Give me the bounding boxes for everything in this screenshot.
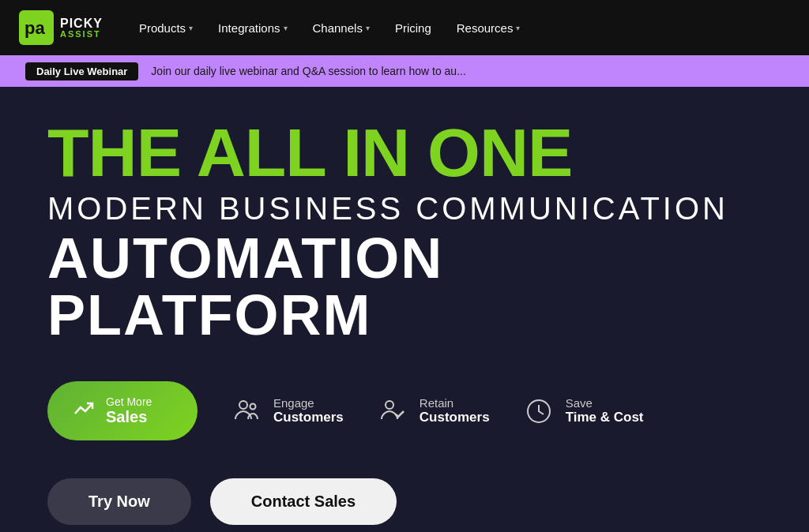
retain-label-top: Retain xyxy=(420,396,490,410)
chevron-down-icon: ▾ xyxy=(189,24,193,32)
nav-item-products[interactable]: Products ▾ xyxy=(128,15,204,41)
feature-engage: Engage Customers xyxy=(229,394,344,429)
clock-icon xyxy=(521,394,556,429)
engage-label-bottom: Customers xyxy=(273,410,344,425)
chevron-down-icon: ▾ xyxy=(284,24,288,32)
banner-text: Join our daily live webinar and Q&A sess… xyxy=(151,65,465,77)
webinar-badge[interactable]: Daily Live Webinar xyxy=(25,62,138,81)
chevron-down-icon: ▾ xyxy=(516,24,520,32)
navbar: pa PICKY ASSIST Products ▾ Integrations … xyxy=(0,0,809,55)
hero-title-line1: THE ALL IN ONE xyxy=(47,118,762,186)
nav-item-integrations[interactable]: Integrations ▾ xyxy=(207,15,298,41)
engage-icon xyxy=(229,394,264,429)
engage-label-top: Engage xyxy=(273,396,344,410)
hero-section: THE ALL IN ONE MODERN BUSINESS COMMUNICA… xyxy=(0,87,809,529)
svg-point-3 xyxy=(250,403,256,409)
get-more-sales-button[interactable]: Get More Sales xyxy=(47,381,198,440)
logo-icon: pa xyxy=(19,10,54,45)
retain-label-bottom: Customers xyxy=(420,410,490,425)
hero-title-line2: MODERN BUSINESS COMMUNICATION xyxy=(47,191,762,227)
logo-picky: PICKY xyxy=(60,17,103,30)
retain-icon xyxy=(375,394,410,429)
cta-top-label: Get More xyxy=(106,395,152,408)
nav-item-channels[interactable]: Channels ▾ xyxy=(302,15,381,41)
svg-point-4 xyxy=(386,401,393,409)
bottom-buttons: Try Now Contact Sales xyxy=(47,478,762,525)
chevron-down-icon: ▾ xyxy=(366,24,370,32)
nav-links: Products ▾ Integrations ▾ Channels ▾ Pri… xyxy=(128,15,532,41)
trend-up-icon xyxy=(73,398,95,425)
save-label-top: Save xyxy=(566,396,644,410)
try-now-button[interactable]: Try Now xyxy=(47,478,191,525)
announcement-banner: Daily Live Webinar Join our daily live w… xyxy=(0,55,809,87)
cta-bottom-label: Sales xyxy=(106,408,147,426)
feature-save: Save Time & Cost xyxy=(521,394,644,429)
nav-item-pricing[interactable]: Pricing xyxy=(384,15,442,41)
nav-item-resources[interactable]: Resources ▾ xyxy=(446,15,532,41)
svg-text:pa: pa xyxy=(24,18,45,38)
features-row: Get More Sales Engage Customers xyxy=(47,381,762,440)
logo-assist: ASSIST xyxy=(60,30,103,39)
svg-point-2 xyxy=(239,401,247,409)
logo-text: PICKY ASSIST xyxy=(60,17,103,39)
save-label-bottom: Time & Cost xyxy=(566,410,644,425)
contact-sales-button[interactable]: Contact Sales xyxy=(210,478,397,525)
feature-retain: Retain Customers xyxy=(375,394,490,429)
logo[interactable]: pa PICKY ASSIST xyxy=(19,10,103,45)
hero-title-line3: AUTOMATION PLATFORM xyxy=(47,230,762,343)
